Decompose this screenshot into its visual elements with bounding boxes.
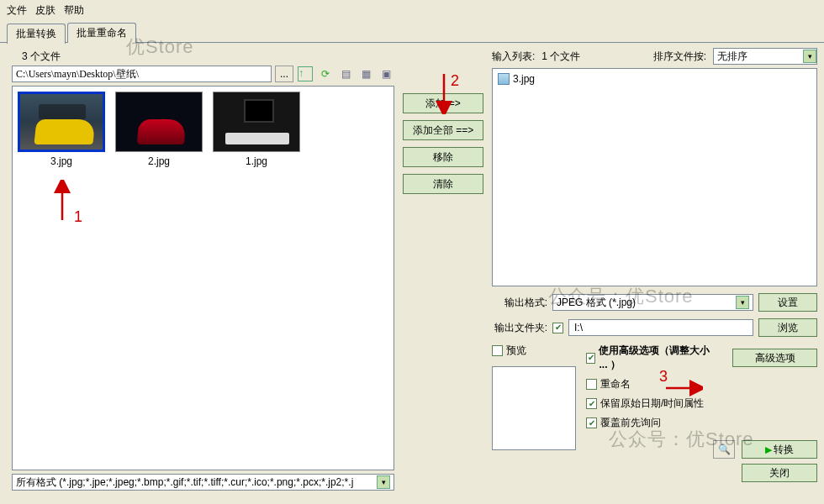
play-icon: ▶	[765, 444, 772, 455]
thumb-label: 3.jpg	[50, 155, 72, 167]
menu-help[interactable]: 帮助	[64, 3, 84, 18]
file-count-label: 3 个文件	[22, 50, 394, 64]
format-settings-button[interactable]: 设置	[758, 293, 817, 312]
add-all-button[interactable]: 添加全部 ==>	[403, 120, 483, 140]
refresh-icon[interactable]: ⟳	[317, 66, 334, 82]
use-advanced-checkbox[interactable]: ✔	[586, 353, 595, 364]
remove-button[interactable]: 移除	[403, 147, 483, 167]
view-list-icon[interactable]: ▤	[337, 66, 354, 82]
menu-bar: 文件 皮肤 帮助	[0, 0, 824, 21]
thumb-image	[18, 92, 105, 152]
view-thumb-icon[interactable]: ▣	[378, 66, 394, 82]
chevron-down-icon: ▾	[803, 50, 816, 63]
file-icon	[498, 73, 510, 85]
use-advanced-label: 使用高级选项（调整大小 ... ）	[599, 344, 716, 372]
tab-batch-convert[interactable]: 批量转换	[7, 24, 66, 44]
advanced-options-button[interactable]: 高级选项	[732, 349, 817, 367]
list-item-label: 3.jpg	[513, 73, 535, 85]
preview-box	[492, 366, 576, 450]
thumb-item[interactable]: 2.jpg	[115, 92, 203, 167]
rename-label: 重命名	[600, 377, 631, 391]
list-item[interactable]: 3.jpg	[496, 72, 813, 86]
input-file-list[interactable]: 3.jpg	[492, 68, 817, 286]
output-folder-label: 输出文件夹:	[492, 321, 547, 335]
close-button[interactable]: 关闭	[742, 464, 817, 482]
view-detail-icon[interactable]: ▦	[357, 66, 374, 82]
thumb-label: 1.jpg	[246, 155, 267, 167]
sort-value: 无排序	[717, 50, 747, 64]
path-input[interactable]	[12, 66, 272, 82]
keep-date-checkbox[interactable]: ✔	[586, 398, 597, 409]
tab-batch-rename[interactable]: 批量重命名	[67, 23, 136, 43]
sort-select[interactable]: 无排序 ▾	[713, 48, 817, 65]
input-count: 1 个文件	[541, 50, 580, 64]
ask-overwrite-label: 覆盖前先询问	[600, 416, 661, 430]
add-button[interactable]: 添加 =>	[403, 93, 483, 113]
chevron-down-icon: ▾	[736, 296, 749, 309]
output-format-label: 输出格式:	[492, 296, 547, 310]
thumb-image	[115, 92, 203, 152]
clear-button[interactable]: 清除	[403, 174, 483, 194]
rename-checkbox[interactable]	[586, 379, 597, 390]
thumb-item[interactable]: 3.jpg	[18, 92, 105, 167]
keep-date-label: 保留原始日期/时间属性	[600, 396, 704, 411]
format-filter-select[interactable]: 所有格式 (*.jpg;*.jpe;*.jpeg;*.bmp;*.gif;*.t…	[12, 474, 394, 491]
thumb-item[interactable]: 1.jpg	[213, 92, 300, 167]
thumb-image	[213, 92, 300, 152]
output-folder-input[interactable]	[568, 319, 753, 336]
output-format-select[interactable]: JPEG 格式 (*.jpg) ▾	[552, 294, 753, 311]
ask-overwrite-checkbox[interactable]: ✔	[586, 417, 597, 428]
format-filter-text: 所有格式 (*.jpg;*.jpe;*.jpeg;*.bmp;*.gif;*.t…	[16, 475, 353, 490]
preview-label: 预览	[506, 344, 526, 358]
preview-checkbox[interactable]	[492, 345, 503, 356]
output-folder-checkbox[interactable]: ✔	[552, 323, 563, 333]
output-folder-browse-button[interactable]: 浏览	[758, 318, 817, 337]
thumb-label: 2.jpg	[148, 155, 170, 167]
search-icon-button[interactable]: 🔍	[713, 440, 735, 459]
input-list-label: 输入列表:	[492, 50, 535, 64]
menu-file[interactable]: 文件	[7, 3, 27, 18]
output-format-value: JPEG 格式 (*.jpg)	[557, 296, 636, 310]
thumbnail-panel: 3.jpg 2.jpg 1.jpg	[12, 86, 394, 470]
up-folder-icon[interactable]: ↑	[297, 66, 314, 82]
chevron-down-icon: ▾	[377, 475, 390, 489]
menu-skin[interactable]: 皮肤	[35, 3, 55, 18]
tab-bar: 批量转换 批量重命名	[7, 23, 824, 43]
convert-button[interactable]: ▶ 转换	[742, 440, 817, 459]
sort-label: 排序文件按:	[653, 50, 706, 64]
browse-button[interactable]: ...	[275, 66, 293, 82]
